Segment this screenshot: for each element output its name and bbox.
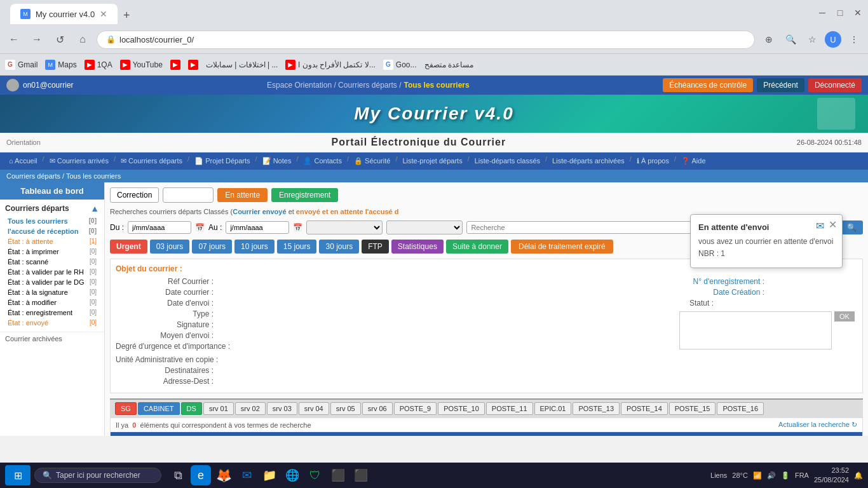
nav-courriers-departs[interactable]: ✉ Courriers départs: [117, 155, 186, 167]
taskbar-app-mail[interactable]: ✉: [236, 465, 257, 485]
tab-cabinet[interactable]: CABINET: [138, 402, 180, 415]
nav-liste-projet[interactable]: Liste-projet départs: [398, 155, 466, 167]
taskbar-search[interactable]: 🔍 Taper ici pour rechercher: [34, 468, 161, 483]
sidebar-link-accuse[interactable]: l'accusé de réception [0]: [5, 226, 99, 236]
taskbar-app-chrome[interactable]: 🌐: [282, 465, 302, 485]
sidebar-link-envoye[interactable]: État : envoyé [0]: [5, 318, 99, 328]
calendar-icon-from[interactable]: 📅: [195, 223, 205, 232]
profile-icon[interactable]: U: [825, 31, 841, 48]
sidebar-link-modifier[interactable]: État : à modifier [0]: [5, 297, 99, 308]
tab-sg[interactable]: SG: [115, 402, 137, 415]
start-button[interactable]: ⊞: [5, 465, 31, 485]
tab-close-button[interactable]: ✕: [100, 9, 107, 19]
deconnecte-button[interactable]: Déconnecté: [808, 78, 862, 92]
minimize-button[interactable]: ─: [817, 8, 827, 18]
taskbar-app-edge[interactable]: e: [191, 465, 211, 485]
tab-srv04[interactable]: srv 04: [299, 402, 329, 415]
days-03-button[interactable]: 03 jours: [150, 240, 190, 254]
taskbar-app-explorer[interactable]: 📁: [259, 465, 280, 485]
tab-srv06[interactable]: srv 06: [362, 402, 393, 415]
bookmark-yt-4[interactable]: ▶: [188, 60, 198, 70]
calendar-icon-to[interactable]: 📅: [293, 223, 302, 232]
attente-button[interactable]: En attente: [217, 188, 268, 202]
nav-apropos[interactable]: ℹ À propos: [633, 155, 673, 167]
cast-icon[interactable]: ⊕: [760, 30, 778, 48]
sidebar-link-signature[interactable]: État : à la signature [0]: [5, 287, 99, 297]
ftp-button[interactable]: FTP: [362, 240, 389, 254]
bookmark-google[interactable]: G Goo...: [383, 60, 417, 70]
tab-poste16[interactable]: POSTE_16: [717, 402, 764, 415]
popup-close-button[interactable]: ✕: [829, 219, 837, 231]
url-bar[interactable]: 🔒 localhost/courrier_0/: [97, 30, 755, 49]
reload-button[interactable]: ↺: [51, 30, 69, 48]
zoom-icon[interactable]: 🔍: [782, 30, 799, 48]
taskbar-app-shield[interactable]: 🛡: [305, 465, 325, 485]
nav-courriers-arrives[interactable]: ✉ Courriers arrivés: [46, 155, 112, 167]
sidebar-link-enregistrement[interactable]: État : enregistrement [0]: [5, 308, 99, 318]
active-tab[interactable]: M My courrier v4.0 ✕: [10, 4, 118, 24]
nav-contacts[interactable]: 👤 Contacts: [299, 155, 345, 167]
nav-liste-classes[interactable]: Liste-départs classés: [471, 155, 544, 167]
bookmark-icon[interactable]: ☆: [803, 30, 821, 48]
maximize-button[interactable]: □: [835, 8, 845, 18]
tab-ds[interactable]: DS: [181, 402, 202, 415]
date-to-input[interactable]: [226, 221, 289, 234]
sidebar-link-dg[interactable]: État : à valider par le DG [0]: [5, 277, 99, 287]
days-30-button[interactable]: 30 jours: [319, 240, 359, 254]
correction-input[interactable]: [163, 187, 214, 203]
bookmark-yt-3[interactable]: ▶: [170, 60, 180, 70]
taskbar-app-app2[interactable]: ⬛: [351, 465, 371, 485]
tab-poste11[interactable]: POSTE_11: [486, 402, 533, 415]
ok-button[interactable]: OK: [834, 311, 855, 322]
search-button[interactable]: 🔍: [841, 220, 863, 234]
tab-poste10[interactable]: POSTE_10: [438, 402, 485, 415]
bookmark-arabic-1[interactable]: اختلافات | سمابلات | ...: [206, 60, 278, 69]
sidebar-link-attente[interactable]: État : à attente [1]: [5, 236, 99, 247]
sidebar-link-rh[interactable]: État : à valider par le RH [0]: [5, 267, 99, 277]
date-from-input[interactable]: [128, 221, 191, 234]
nav-liste-archivees[interactable]: Liste-départs archivées: [548, 155, 628, 167]
nav-notes[interactable]: 📝 Notes: [259, 155, 295, 167]
echeances-button[interactable]: Échéances de contrôle: [663, 78, 753, 92]
bookmark-gmail[interactable]: G Gmail: [5, 60, 37, 70]
urgent-button[interactable]: Urgent: [110, 240, 147, 254]
suite-button[interactable]: Suite à donner: [446, 240, 508, 254]
sidebar-link-scanne[interactable]: État : scanné [0]: [5, 257, 99, 267]
bookmark-1qa[interactable]: ▶ 1QA: [85, 60, 112, 70]
enregistrement-button[interactable]: Enregistrement: [271, 188, 338, 202]
taskbar-app-firefox[interactable]: 🦊: [214, 465, 234, 485]
nav-aide[interactable]: ❓ Aide: [677, 155, 709, 167]
sidebar-archived[interactable]: Courrier archivées: [0, 332, 104, 345]
menu-icon[interactable]: ⋮: [845, 30, 863, 48]
days-10-button[interactable]: 10 jours: [234, 240, 275, 254]
sidebar-link-tous[interactable]: Tous les courriers [0]: [5, 216, 99, 226]
bookmark-youtube[interactable]: ▶ YouTube: [120, 60, 163, 70]
forward-button[interactable]: →: [28, 30, 46, 48]
tab-srv01[interactable]: srv 01: [203, 402, 234, 415]
tab-srv02[interactable]: srv 02: [235, 402, 266, 415]
notes-textarea[interactable]: [679, 311, 832, 349]
nav-projet-departs[interactable]: 📄 Projet Départs: [191, 155, 254, 167]
back-button[interactable]: ←: [5, 30, 23, 48]
tab-poste15[interactable]: POSTE_15: [669, 402, 716, 415]
bookmark-help[interactable]: مساعدة متصفح: [424, 60, 473, 69]
delai-button[interactable]: Délai de traitement expiré: [511, 240, 613, 254]
tab-poste13[interactable]: POSTE_13: [573, 402, 620, 415]
precedent-button[interactable]: Précédent: [757, 78, 804, 92]
correction-button[interactable]: Correction: [110, 187, 159, 203]
tab-poste14[interactable]: POSTE_14: [621, 402, 668, 415]
home-button[interactable]: ⌂: [74, 30, 92, 48]
close-window-button[interactable]: ✕: [853, 8, 863, 18]
sidebar-link-imprimer[interactable]: État : à imprimer [0]: [5, 247, 99, 257]
tab-poste9[interactable]: POSTE_9: [394, 402, 437, 415]
days-07-button[interactable]: 07 jours: [192, 240, 232, 254]
statistics-button[interactable]: Statistiques: [391, 240, 444, 254]
taskbar-sound-icon[interactable]: 🔊: [767, 471, 776, 480]
update-search-link[interactable]: Actualiser la recherche ↻: [778, 421, 857, 429]
nav-securite[interactable]: 🔒 Sécurité: [350, 155, 394, 167]
bookmark-maps[interactable]: M Maps: [45, 60, 76, 70]
days-15-button[interactable]: 15 jours: [277, 240, 317, 254]
nav-accueil[interactable]: ⌂ Accueil: [5, 155, 41, 167]
type-select[interactable]: [306, 220, 383, 234]
taskbar-app-app1[interactable]: ⬛: [328, 465, 348, 485]
